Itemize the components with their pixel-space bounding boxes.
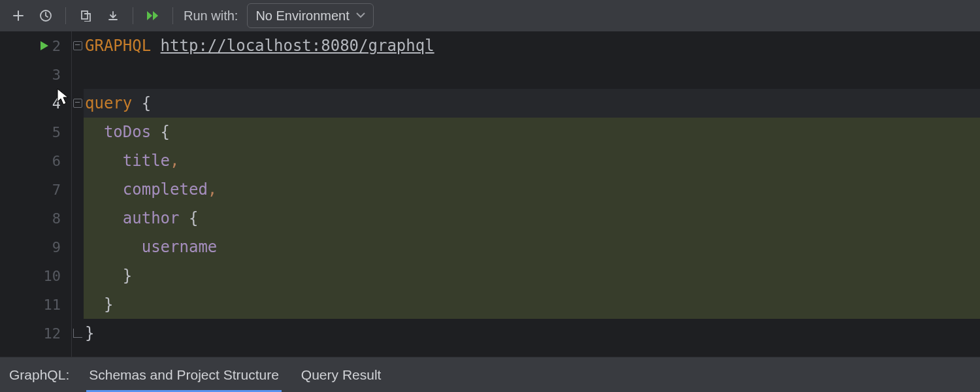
separator bbox=[65, 7, 66, 24]
chevron-down-icon bbox=[356, 12, 365, 19]
play-icon bbox=[40, 41, 49, 51]
line-number: 5 bbox=[52, 124, 61, 140]
code-content[interactable]: GRAPHQL http://localhost:8080/graphql qu… bbox=[84, 31, 980, 357]
code-line[interactable]: } bbox=[84, 319, 980, 348]
gutter-row: 8 bbox=[0, 204, 71, 233]
code-line[interactable]: toDos { bbox=[84, 118, 980, 146]
tab-label: Schemas and Project Structure bbox=[89, 367, 279, 383]
code-line[interactable]: GRAPHQL http://localhost:8080/graphql bbox=[84, 31, 980, 60]
token: author bbox=[85, 209, 180, 227]
gutter-row: 10 bbox=[0, 261, 71, 290]
environment-selected: No Environment bbox=[255, 8, 349, 24]
clock-icon bbox=[39, 9, 52, 22]
http-method: GRAPHQL bbox=[85, 37, 151, 55]
import-icon bbox=[107, 10, 119, 22]
panel-title: GraphQL: bbox=[9, 367, 69, 383]
token: { bbox=[132, 94, 151, 112]
double-play-icon bbox=[146, 10, 160, 22]
gutter-row: 7 bbox=[0, 175, 71, 204]
code-line[interactable] bbox=[84, 60, 980, 89]
token: { bbox=[151, 123, 170, 141]
code-line[interactable]: author { bbox=[84, 204, 980, 233]
separator bbox=[133, 7, 133, 24]
code-line[interactable]: username bbox=[84, 233, 980, 261]
tab-schemas[interactable]: Schemas and Project Structure bbox=[86, 357, 282, 392]
code-line[interactable]: title, bbox=[84, 146, 980, 175]
code-line[interactable]: query { bbox=[84, 89, 980, 118]
gutter-row: 11 bbox=[0, 290, 71, 319]
run-with-label: Run with: bbox=[184, 8, 238, 24]
line-number: 4 bbox=[52, 95, 61, 112]
token: } bbox=[85, 324, 94, 342]
run-all-button[interactable] bbox=[141, 4, 165, 27]
request-url[interactable]: http://localhost:8080/graphql bbox=[161, 37, 434, 55]
code-line[interactable]: completed, bbox=[84, 175, 980, 204]
token: } bbox=[85, 267, 132, 285]
line-number: 8 bbox=[52, 210, 61, 227]
tab-query-result[interactable]: Query Result bbox=[299, 357, 384, 392]
environment-dropdown[interactable]: No Environment bbox=[247, 3, 373, 28]
line-number: 12 bbox=[44, 325, 61, 342]
add-button[interactable] bbox=[7, 4, 30, 27]
line-number: 2 bbox=[52, 38, 61, 54]
line-number: 6 bbox=[52, 153, 61, 169]
separator bbox=[172, 7, 173, 24]
gutter-row: 9 bbox=[0, 233, 71, 261]
token: toDos bbox=[85, 123, 151, 141]
run-line-button[interactable] bbox=[38, 39, 51, 52]
token: , bbox=[208, 180, 217, 199]
gutter: 2 3 4 5 6 7 8 9 10 11 12 bbox=[0, 31, 72, 357]
copy-button[interactable] bbox=[74, 4, 97, 27]
line-number: 11 bbox=[44, 297, 61, 313]
gutter-row: 3 bbox=[0, 60, 71, 89]
token: completed bbox=[85, 180, 208, 199]
import-button[interactable] bbox=[101, 4, 125, 27]
plus-icon bbox=[12, 10, 24, 22]
token: title bbox=[85, 152, 170, 170]
line-number: 10 bbox=[44, 268, 61, 284]
fold-handle[interactable] bbox=[73, 99, 82, 108]
line-number: 9 bbox=[52, 239, 61, 255]
copy-icon bbox=[80, 10, 91, 22]
gutter-row: 12 bbox=[0, 319, 71, 348]
gutter-row: 2 bbox=[0, 31, 71, 60]
bottom-panel: GraphQL: Schemas and Project Structure Q… bbox=[0, 357, 980, 392]
svg-rect-1 bbox=[82, 11, 88, 19]
tab-label: Query Result bbox=[301, 367, 382, 383]
token: { bbox=[180, 209, 199, 227]
fold-handle-end[interactable] bbox=[73, 329, 82, 338]
fold-column bbox=[72, 31, 84, 357]
gutter-row: 4 bbox=[0, 89, 71, 118]
code-editor[interactable]: 2 3 4 5 6 7 8 9 10 11 12 GRAPH bbox=[0, 31, 980, 357]
token: } bbox=[85, 295, 113, 314]
line-number: 3 bbox=[52, 67, 61, 83]
gutter-row: 6 bbox=[0, 146, 71, 175]
token: , bbox=[170, 152, 179, 170]
code-line[interactable]: } bbox=[84, 261, 980, 290]
toolbar: Run with: No Environment bbox=[0, 0, 980, 31]
fold-handle[interactable] bbox=[73, 41, 82, 50]
token: query bbox=[85, 94, 132, 112]
line-number: 7 bbox=[52, 182, 61, 198]
history-button[interactable] bbox=[34, 4, 57, 27]
code-line[interactable]: } bbox=[84, 290, 980, 319]
token: username bbox=[85, 238, 217, 256]
gutter-row: 5 bbox=[0, 118, 71, 146]
